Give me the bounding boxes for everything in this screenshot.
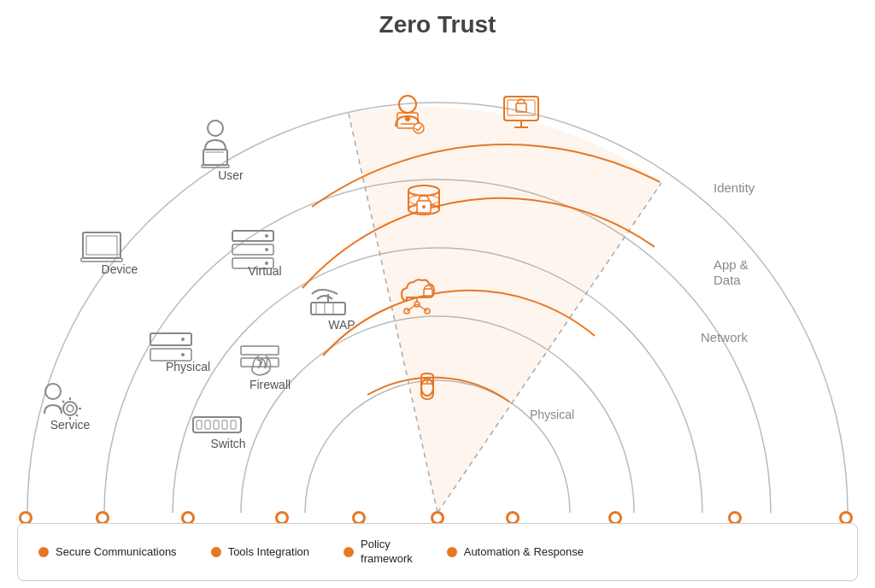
dot-3-inner	[184, 514, 192, 522]
svg-point-50	[181, 353, 185, 356]
svg-rect-54	[197, 420, 202, 429]
legend-dot-2	[211, 547, 221, 557]
svg-rect-35	[86, 236, 117, 255]
dot-10-inner	[842, 514, 850, 522]
svg-point-60	[63, 402, 77, 415]
svg-point-49	[181, 338, 185, 341]
dot-1-inner	[21, 514, 30, 522]
label-virtual: Virtual	[248, 264, 281, 278]
label-app-data-2: Data	[714, 273, 741, 287]
label-user: User	[218, 168, 244, 182]
svg-rect-55	[205, 420, 210, 429]
label-firewall: Firewall	[250, 378, 291, 391]
svg-point-3	[405, 116, 410, 121]
wedge-fill	[349, 107, 661, 513]
icon-firewall	[241, 346, 279, 375]
icon-virtual	[232, 231, 273, 268]
svg-rect-24	[424, 289, 432, 296]
svg-rect-31	[202, 165, 229, 168]
label-wap: WAP	[328, 318, 355, 332]
legend-item-secure-comm: Secure Communications	[38, 545, 177, 560]
svg-rect-48	[150, 349, 191, 361]
svg-rect-34	[81, 258, 122, 262]
dot-8-inner	[611, 514, 620, 522]
legend-dot-4	[447, 547, 457, 557]
icon-user-laptop	[202, 121, 229, 168]
svg-rect-57	[222, 420, 227, 429]
svg-rect-58	[231, 420, 236, 429]
legend-item-automation: Automation & Response	[447, 545, 584, 560]
label-app-data: App &	[714, 257, 749, 272]
icon-wap	[311, 290, 345, 315]
legend-dot-1	[38, 547, 49, 557]
legend-label-3: Policyframework	[361, 538, 413, 567]
svg-rect-51	[241, 346, 279, 355]
legend-bar: Secure Communications Tools Integration …	[17, 523, 858, 581]
label-switch: Switch	[210, 437, 245, 450]
dot-4-inner	[278, 514, 286, 522]
svg-point-29	[208, 121, 223, 136]
legend-dot-3	[344, 547, 354, 557]
svg-point-17	[422, 205, 426, 209]
dot-5-inner	[355, 514, 363, 522]
svg-point-40	[265, 248, 268, 251]
svg-rect-53	[193, 417, 241, 432]
svg-rect-56	[214, 420, 219, 429]
legend-item-policy: Policyframework	[344, 538, 413, 567]
label-identity: Identity	[714, 180, 755, 195]
svg-point-39	[265, 234, 268, 238]
svg-rect-47	[150, 333, 191, 345]
label-device: Device	[102, 262, 138, 276]
icon-service	[44, 384, 81, 420]
dot-9-inner	[731, 514, 739, 522]
diagram-container: Zero Trust	[0, 0, 875, 588]
legend-item-tools: Tools Integration	[211, 545, 309, 560]
svg-point-59	[45, 384, 61, 399]
svg-line-66	[62, 401, 64, 403]
label-physical: Physical	[166, 360, 210, 373]
dot-2-inner	[98, 514, 107, 522]
legend-label-4: Automation & Response	[464, 545, 584, 560]
legend-label-1: Secure Communications	[56, 545, 177, 560]
label-service: Service	[50, 418, 91, 432]
icon-switch	[193, 417, 241, 432]
dot-6-inner	[433, 514, 442, 522]
svg-line-67	[76, 415, 78, 416]
legend-label-2: Tools Integration	[228, 545, 309, 560]
svg-point-61	[67, 405, 73, 412]
title: Zero Trust	[379, 11, 496, 38]
label-physical-right: Physical	[530, 408, 574, 421]
label-network: Network	[701, 330, 749, 344]
dot-7-inner	[508, 514, 517, 522]
icon-physical	[150, 333, 191, 361]
svg-point-5	[414, 123, 424, 133]
